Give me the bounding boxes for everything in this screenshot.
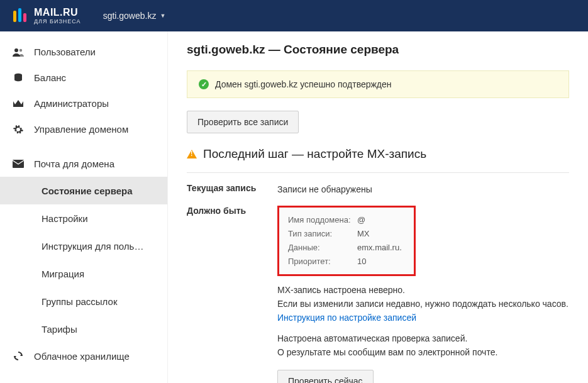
svg-rect-1 xyxy=(18,8,21,22)
sidebar-item-cloud-storage[interactable]: Облачное хранилище xyxy=(0,343,167,369)
sidebar-sub-server-status[interactable]: Состояние сервера xyxy=(0,177,167,204)
check-now-button[interactable]: Проверить сейчас xyxy=(277,370,374,383)
mx-data-val: emx.mail.ru. xyxy=(357,241,402,254)
domain-selector-label: sgti.goweb.kz xyxy=(103,11,157,21)
sidebar-item-label: Администраторы xyxy=(34,98,109,109)
sidebar-sub-mailing-groups[interactable]: Группы рассылок xyxy=(0,287,167,315)
mx-note-2: Если вы изменили записи недавно, нужно п… xyxy=(277,297,569,311)
sidebar: Пользователи Баланс Администраторы Управ… xyxy=(0,31,167,383)
sidebar-sub-migration[interactable]: Миграция xyxy=(0,260,167,287)
sidebar-item-label: Облачное хранилище xyxy=(34,351,130,362)
page-title: sgti.goweb.kz — Состояние сервера xyxy=(187,43,569,57)
sidebar-item-label: Управление доменом xyxy=(34,124,128,135)
brand-logo: MAIL.RU ДЛЯ БИЗНЕСА xyxy=(11,7,81,25)
sidebar-sub-tariffs[interactable]: Тарифы xyxy=(0,315,167,343)
brand-sub: ДЛЯ БИЗНЕСА xyxy=(34,19,81,25)
sidebar-item-domain-management[interactable]: Управление доменом xyxy=(0,116,167,142)
should-be-label: Должно быть xyxy=(187,206,277,216)
svg-point-3 xyxy=(14,48,18,52)
divider xyxy=(187,172,569,173)
brand-main: MAIL.RU xyxy=(34,8,81,18)
mx-type-key: Тип записи: xyxy=(288,228,357,240)
sidebar-item-admins[interactable]: Администраторы xyxy=(0,91,167,116)
envelope-icon xyxy=(11,160,25,168)
sidebar-item-label: Почта для домена xyxy=(34,158,114,169)
auto-check-2: О результате мы сообщим вам по электронн… xyxy=(277,346,569,360)
mx-note-1: MX-запись настроена неверно. xyxy=(277,284,569,297)
main-content: sgti.goweb.kz — Состояние сервера ✓ Доме… xyxy=(167,31,588,383)
mx-priority-key: Приоритет: xyxy=(288,255,357,268)
check-all-records-button[interactable]: Проверить все записи xyxy=(187,111,299,133)
mx-subdomain-val: @ xyxy=(357,214,365,226)
mx-type-val: MX xyxy=(357,228,370,240)
step-heading: Последний шаг — настройте MX-запись xyxy=(187,147,569,161)
sidebar-sub-user-instructions[interactable]: Инструкция для поль… xyxy=(0,232,167,260)
gear-icon xyxy=(11,125,25,135)
database-icon xyxy=(11,73,25,83)
mx-priority-val: 10 xyxy=(357,255,366,268)
current-record-label: Текущая запись xyxy=(187,183,277,193)
users-icon xyxy=(11,47,25,57)
domain-selector[interactable]: sgti.goweb.kz ▼ xyxy=(103,11,166,21)
app-header: MAIL.RU ДЛЯ БИЗНЕСА sgti.goweb.kz ▼ xyxy=(0,0,588,31)
sidebar-item-balance[interactable]: Баланс xyxy=(0,65,167,91)
mx-record-box: Имя поддомена:@ Тип записи:MX Данные:emx… xyxy=(277,206,416,277)
sidebar-item-users[interactable]: Пользователи xyxy=(0,39,167,65)
warning-icon xyxy=(187,150,197,158)
svg-point-4 xyxy=(19,48,22,51)
current-record-value: Записи не обнаружены xyxy=(277,183,569,197)
mx-instructions-link[interactable]: Инструкция по настройке записей xyxy=(277,313,416,323)
auto-check-1: Настроена автоматическая проверка записе… xyxy=(277,332,569,346)
current-record-row: Текущая запись Записи не обнаружены xyxy=(187,183,569,197)
svg-rect-0 xyxy=(13,11,16,22)
sidebar-item-label: Пользователи xyxy=(34,47,96,57)
check-icon: ✓ xyxy=(199,79,209,89)
sidebar-item-label: Баланс xyxy=(34,72,66,83)
mx-data-key: Данные: xyxy=(288,241,357,254)
step-title: Последний шаг — настройте MX-запись xyxy=(203,147,426,161)
mx-subdomain-key: Имя поддомена: xyxy=(288,214,357,226)
svg-rect-2 xyxy=(23,13,26,22)
logo-icon xyxy=(11,7,29,25)
success-text: Домен sgti.goweb.kz успешно подтвержден xyxy=(215,79,392,89)
crown-icon xyxy=(11,99,25,108)
should-be-row: Должно быть Имя поддомена:@ Тип записи:M… xyxy=(187,206,569,383)
sidebar-sub-settings[interactable]: Настройки xyxy=(0,204,167,232)
cloud-sync-icon xyxy=(11,350,25,362)
success-alert: ✓ Домен sgti.goweb.kz успешно подтвержде… xyxy=(187,70,569,98)
chevron-down-icon: ▼ xyxy=(160,13,165,19)
sidebar-item-mail-for-domain[interactable]: Почта для домена xyxy=(0,151,167,177)
